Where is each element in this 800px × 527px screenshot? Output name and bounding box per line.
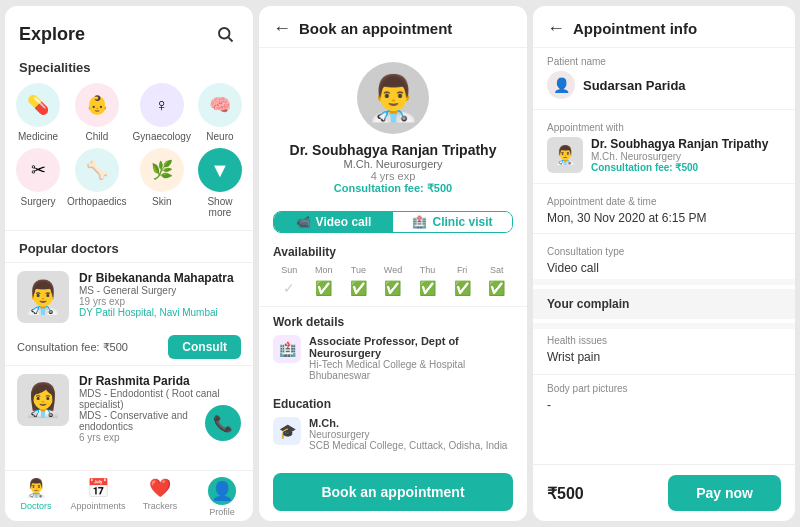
doctor-exp-1: 19 yrs exp [79,296,241,307]
spec-showmore-label: Show more [197,196,243,218]
clinic-visit-button[interactable]: 🏥 Clinic visit [393,212,512,232]
nav-doctors[interactable]: 👨‍⚕️ Doctors [5,477,67,517]
consult-type-value: Video call [547,261,781,275]
spec-skin-label: Skin [152,196,171,207]
footer-price: ₹500 [547,484,584,503]
call-button[interactable]: 📞 [205,405,241,441]
appt-dt-value: Mon, 30 Nov 2020 at 6:15 PM [547,211,781,225]
patient-section: Patient name 👤 Sudarsan Parida [533,48,795,105]
availability-section: Availability Sun Mon Tue Wed Thu Fri Sat… [259,241,527,302]
appt-doc-avatar: 👨‍⚕️ [547,137,583,173]
doctor-profile-degree: M.Ch. Neurosurgery [343,158,442,170]
doctor-profile-name: Dr. Soubhagya Ranjan Tripathy [290,142,497,158]
consult-type-section: Consultation type Video call [533,238,795,279]
spec-skin[interactable]: 🌿 Skin [133,148,191,218]
clinic-visit-label: Clinic visit [432,215,492,229]
edu-icon-1: 🎓 [273,417,301,445]
doctor-card-2: 👩‍⚕️ Dr Rashmita Parida MDS - Endodontis… [5,365,253,451]
page-title: Explore [19,24,85,45]
pay-now-button[interactable]: Pay now [668,475,781,511]
search-icon[interactable] [211,20,239,48]
visit-toggle: 📹 Video call 🏥 Clinic visit [273,211,513,233]
child-icon: 👶 [75,83,119,127]
specialities-label: Specialities [5,56,253,83]
edu-text-1: M.Ch. Neurosurgery SCB Medical College, … [309,417,507,451]
doctor-profile: 👨‍⚕️ Dr. Soubhagya Ranjan Tripathy M.Ch.… [259,48,527,203]
appt-datetime-section: Appointment date & time Mon, 30 Nov 2020… [533,188,795,229]
day-sun: Sun [273,265,306,275]
work-title: Work details [273,315,513,329]
complain-section: Your complain [533,289,795,319]
edu-degree: M.Ch. [309,417,507,429]
clinic-icon: 🏥 [412,215,427,229]
appt-doc-name: Dr. Soubhagya Ranjan Tripathy [591,137,768,151]
day-wed: Wed [377,265,410,275]
right-title: Appointment info [573,20,697,37]
spec-neuro[interactable]: 🧠 Neuro [197,83,243,142]
work-icon-1: 🏥 [273,335,301,363]
consult-row-1: Consultation fee: ₹500 Consult [5,331,253,365]
patient-row: 👤 Sudarsan Parida [547,71,781,99]
profile-nav-icon: 👤 [208,477,236,505]
work-sub1-1: Hi-Tech Medical College & Hospital [309,359,513,370]
mid-title: Book an appointment [299,20,452,37]
spec-medicine[interactable]: 💊 Medicine [15,83,61,142]
skin-icon: 🌿 [140,148,184,192]
edu-section: Education 🎓 M.Ch. Neurosurgery SCB Medic… [259,393,527,463]
edu-spec: Neurosurgery [309,429,507,440]
neuro-icon: 🧠 [198,83,242,127]
doctor-info-1: Dr Bibekananda Mahapatra MS - General Su… [79,271,241,323]
avail-sun: ✓ [273,280,306,296]
appt-doc-fee: Consultation fee: ₹500 [591,162,768,173]
spec-ortho-label: Orthopaedics [67,196,126,207]
doctor-profile-fee: Consultation fee: ₹500 [334,182,452,195]
day-tue: Tue [342,265,375,275]
gynaecology-icon: ♀ [140,83,184,127]
doctor-avatar-1: 👨‍⚕️ [17,271,69,323]
mid-header: ← Book an appointment [259,6,527,48]
day-sat: Sat [480,265,513,275]
avail-mon: ✅ [308,280,341,296]
doctors-nav-icon: 👨‍⚕️ [25,477,47,499]
day-mon: Mon [308,265,341,275]
edu-college: SCB Medical College, Cuttack, Odisha, In… [309,440,507,451]
surgery-icon: ✂ [16,148,60,192]
edu-item-1: 🎓 M.Ch. Neurosurgery SCB Medical College… [273,417,513,451]
spec-neuro-label: Neuro [206,131,233,142]
edu-title: Education [273,397,513,411]
video-icon: 📹 [296,215,311,229]
avail-thu: ✅ [411,280,444,296]
book-appointment-button[interactable]: Book an appointment [273,473,513,511]
spec-child[interactable]: 👶 Child [67,83,126,142]
complain-title: Your complain [547,297,781,311]
consult-type-label: Consultation type [547,246,781,257]
work-item-1: 🏥 Associate Professor, Dept of Neurosurg… [273,335,513,381]
body-label: Body part pictures [547,383,781,394]
body-section: Body part pictures - [533,379,795,416]
health-section: Health issues Wrist pain [533,329,795,370]
health-label: Health issues [547,335,781,346]
nav-trackers[interactable]: ❤️ Trackers [129,477,191,517]
spec-gynaecology[interactable]: ♀ Gynaecology [133,83,191,142]
doctor-spec-1: MS - General Surgery [79,285,241,296]
svg-point-0 [219,28,230,39]
nav-appointments[interactable]: 📅 Appointments [67,477,129,517]
spec-gynaecology-label: Gynaecology [133,131,191,142]
health-value: Wrist pain [547,350,781,364]
medicine-icon: 💊 [16,83,60,127]
consult-button-1[interactable]: Consult [168,335,241,359]
doctor-profile-avatar: 👨‍⚕️ [357,62,429,134]
patient-name-label: Patient name [547,56,781,67]
work-sub2-1: Bhubaneswar [309,370,513,381]
work-section: Work details 🏥 Associate Professor, Dept… [259,311,527,393]
video-call-button[interactable]: 📹 Video call [274,212,393,232]
book-btn-wrap: Book an appointment [259,463,527,521]
nav-profile[interactable]: 👤 Profile [191,477,253,517]
spec-showmore[interactable]: ▼ Show more [197,148,243,218]
mid-back-button[interactable]: ← [273,18,291,39]
trackers-nav-icon: ❤️ [149,477,171,499]
spec-orthopaedics[interactable]: 🦴 Orthopaedics [67,148,126,218]
patient-avatar: 👤 [547,71,575,99]
right-back-button[interactable]: ← [547,18,565,39]
spec-surgery[interactable]: ✂ Surgery [15,148,61,218]
